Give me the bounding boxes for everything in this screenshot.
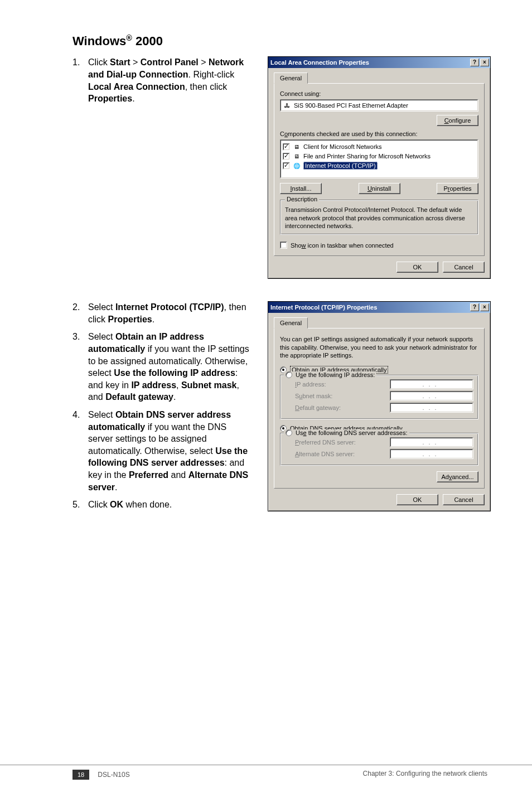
pref-dns-input: ...	[390, 437, 473, 447]
ip-address-label: IP address:	[295, 381, 326, 388]
description-group: Description Transmission Control Protoco…	[280, 200, 478, 235]
adapter-name: SiS 900-Based PCI Fast Ethernet Adapter	[294, 102, 408, 109]
cancel-button[interactable]: Cancel	[443, 262, 485, 273]
tab-general[interactable]: General	[274, 317, 308, 328]
step-1: Click Start > Control Panel > Network an…	[72, 56, 251, 104]
protocol-icon: 🌐	[292, 161, 301, 170]
manual-ip-group: Use the following IP address: IP address…	[280, 375, 478, 419]
tcpip-properties-dialog: Internet Protocol (TCP/IP) Properties ? …	[268, 301, 491, 511]
ok-button[interactable]: OK	[396, 494, 438, 505]
description-text: Transmission Control Protocol/Internet P…	[285, 206, 473, 230]
help-button[interactable]: ?	[470, 59, 479, 66]
adapter-field: 🖧 SiS 900-Based PCI Fast Ethernet Adapte…	[280, 99, 478, 112]
manual-dns-group: Use the following DNS server addresses: …	[280, 433, 478, 466]
intro-text: You can get IP settings assigned automat…	[280, 335, 478, 359]
subnet-input: ...	[390, 391, 473, 401]
dialog-title: Local Area Connection Properties	[270, 59, 369, 66]
local-area-connection-dialog: Local Area Connection Properties ? × Gen…	[268, 56, 491, 279]
page-number: 18	[72, 770, 89, 780]
step-2: Select Internet Protocol (TCP/IP), then …	[72, 301, 251, 325]
dialog-title: Internet Protocol (TCP/IP) Properties	[270, 304, 377, 311]
close-button[interactable]: ×	[480, 59, 489, 66]
advanced-button[interactable]: Advanced...	[437, 471, 478, 482]
show-icon-checkbox[interactable]	[280, 241, 287, 249]
radio-icon[interactable]	[286, 429, 292, 436]
checkbox-icon[interactable]	[283, 162, 290, 170]
uninstall-button[interactable]: Uninstall	[359, 183, 400, 194]
ip-address-input: ...	[390, 379, 473, 389]
dialog-titlebar[interactable]: Internet Protocol (TCP/IP) Properties ? …	[268, 302, 490, 313]
steps-list-1: Click Start > Control Panel > Network an…	[72, 56, 251, 104]
configure-button[interactable]: Configure	[437, 115, 478, 126]
pref-dns-label: Preferred DNS server:	[295, 439, 356, 446]
step-4: Select Obtain DNS server address automat…	[72, 409, 251, 493]
show-icon-label: Show icon in taskbar when connected	[291, 242, 394, 249]
radio-manual-dns[interactable]: Use the following DNS server addresses:	[284, 429, 409, 436]
ok-button[interactable]: OK	[396, 262, 438, 273]
dialog-titlebar[interactable]: Local Area Connection Properties ? ×	[268, 57, 490, 68]
step-3: Select Obtain an IP address automaticall…	[72, 331, 251, 403]
install-button[interactable]: Install...	[280, 183, 322, 194]
close-button[interactable]: ×	[480, 303, 489, 311]
component-client[interactable]: 🖥 Client for Microsoft Networks	[283, 142, 476, 151]
alt-dns-label: Alternate DNS server:	[295, 451, 355, 457]
component-tcpip[interactable]: 🌐 Internet Protocol (TCP/IP)	[283, 161, 476, 170]
properties-button[interactable]: Properties	[437, 183, 478, 194]
page-heading: Windows® 2000	[72, 33, 487, 49]
component-fileshare[interactable]: 🖥 File and Printer Sharing for Microsoft…	[283, 152, 476, 161]
connect-using-label: Connect using:	[280, 90, 478, 97]
chapter-label: Chapter 3: Configuring the network clien…	[363, 770, 487, 780]
page-footer: 18 DSL-N10S Chapter 3: Configuring the n…	[0, 765, 532, 780]
gateway-label: Default gateway:	[295, 404, 341, 411]
heading-pre: Windows	[72, 34, 126, 48]
monitor-icon: 🖥	[292, 152, 301, 161]
heading-post: 2000	[132, 34, 163, 48]
subnet-label: Subnet mask:	[295, 393, 332, 399]
tab-general[interactable]: General	[274, 73, 308, 84]
components-label: Components checked are used by this conn…	[280, 131, 478, 137]
gateway-input: ...	[390, 403, 473, 413]
alt-dns-input: ...	[390, 449, 473, 459]
model-label: DSL-N10S	[98, 771, 129, 779]
step-5: Click OK when done.	[72, 499, 251, 511]
cancel-button[interactable]: Cancel	[443, 494, 485, 505]
checkbox-icon[interactable]	[283, 143, 290, 151]
checkbox-icon[interactable]	[283, 153, 290, 160]
steps-list-2: Select Internet Protocol (TCP/IP), then …	[72, 301, 251, 511]
radio-manual-ip[interactable]: Use the following IP address:	[284, 371, 376, 378]
radio-icon[interactable]	[286, 371, 292, 378]
heading-sup: ®	[126, 33, 132, 42]
components-list[interactable]: 🖥 Client for Microsoft Networks 🖥 File a…	[280, 139, 478, 178]
description-legend: Description	[285, 196, 319, 202]
nic-icon: 🖧	[283, 101, 292, 110]
monitor-icon: 🖥	[292, 142, 301, 151]
help-button[interactable]: ?	[470, 303, 479, 311]
